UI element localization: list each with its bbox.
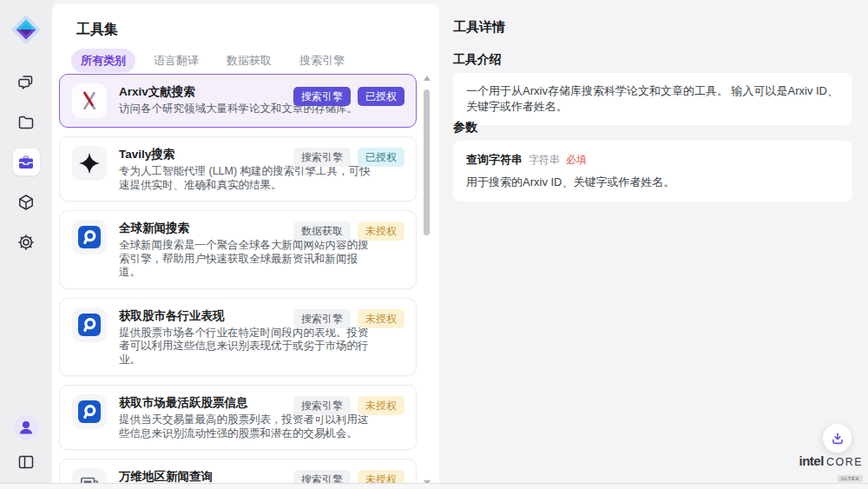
category-tabs: 所有类别语言翻译数据获取搜索引擎 bbox=[71, 49, 354, 73]
list-scrollbar bbox=[423, 74, 431, 487]
tool-card[interactable]: Arxiv文献搜索 访问各个研究领域大量科学论文和文章的存储库。 搜索引擎已授权 bbox=[59, 74, 417, 128]
intro-heading: 工具介绍 bbox=[453, 52, 502, 68]
tavily-icon bbox=[72, 146, 107, 181]
category-tab-2[interactable]: 数据获取 bbox=[217, 49, 281, 73]
tool-card[interactable]: 获取股市各行业表现 提供股票市场各个行业在特定时间段内的表现。投资者可以利用这些… bbox=[59, 298, 417, 377]
badge-未授权: 未授权 bbox=[358, 221, 404, 241]
tool-badges: 数据获取未授权 bbox=[293, 221, 404, 241]
badge-搜索引擎: 搜索引擎 bbox=[293, 87, 351, 106]
param-description: 用于搜索的Arxiv ID、关键字或作者姓名。 bbox=[466, 175, 839, 190]
detail-title: 工具详情 bbox=[453, 19, 505, 36]
tool-badges: 搜索引擎未授权 bbox=[293, 396, 404, 415]
sidebar-item-packages[interactable] bbox=[13, 188, 40, 215]
badge-搜索引擎: 搜索引擎 bbox=[293, 396, 351, 415]
tool-badges: 搜索引擎未授权 bbox=[293, 309, 404, 328]
tool-description: 全球新闻搜索是一个聚合全球各大新闻网站内容的搜索引擎，帮助用户快速获取全球最新资… bbox=[119, 239, 372, 280]
ultra-badge: ULTRA bbox=[838, 475, 863, 482]
scroll-up-arrow[interactable] bbox=[424, 76, 431, 81]
param-type: 字符串 bbox=[529, 153, 560, 168]
tool-card[interactable]: 获取市场最活跃股票信息 提供当天交易量最高的股票列表，投资者可以利用这些信息来识… bbox=[59, 385, 417, 450]
download-icon bbox=[829, 430, 846, 447]
category-tab-1[interactable]: 语言翻译 bbox=[144, 49, 208, 73]
badge-已授权: 已授权 bbox=[358, 148, 404, 167]
toolset-title: 工具集 bbox=[76, 21, 118, 39]
category-tab-0[interactable]: 所有类别 bbox=[71, 49, 135, 73]
app-logo-icon bbox=[10, 13, 43, 46]
badge-未授权: 未授权 bbox=[358, 396, 404, 415]
intel-wordmark: intel bbox=[799, 453, 824, 468]
search-blue-icon bbox=[72, 307, 107, 342]
badge-未授权: 未授权 bbox=[358, 309, 404, 328]
core-wordmark: CORE bbox=[826, 456, 863, 468]
search-blue-icon bbox=[72, 220, 107, 254]
search-blue-icon bbox=[72, 394, 107, 429]
intel-core-logo: intel CORE ULTRA bbox=[804, 453, 863, 484]
sidebar-item-files[interactable] bbox=[13, 109, 40, 135]
sidebar-item-toolbox[interactable] bbox=[13, 149, 40, 175]
user-avatar[interactable] bbox=[14, 415, 38, 439]
sidebar-bottom bbox=[13, 415, 40, 475]
tool-badges: 搜索引擎已授权 bbox=[293, 148, 404, 167]
intro-text: 一个用于从Arxiv存储库搜索科学论文和文章的工具。 输入可以是Arxiv ID… bbox=[466, 84, 838, 113]
sidebar-item-settings[interactable] bbox=[13, 228, 40, 255]
intro-card: 一个用于从Arxiv存储库搜索科学论文和文章的工具。 输入可以是Arxiv ID… bbox=[453, 73, 852, 125]
tool-description: 专为人工智能代理 (LLM) 构建的搜索引擎工具，可快速提供实时、准确和真实的结… bbox=[119, 165, 372, 192]
param-name: 查询字符串 bbox=[466, 152, 523, 168]
sidebar-nav bbox=[13, 69, 40, 255]
badge-搜索引擎: 搜索引擎 bbox=[293, 148, 351, 167]
sidebar-item-chat[interactable] bbox=[13, 69, 40, 96]
tool-badges: 搜索引擎已授权 bbox=[293, 87, 404, 106]
param-required-badge: 必填 bbox=[566, 153, 587, 168]
scrollbar-thumb[interactable] bbox=[424, 89, 430, 235]
tool-detail-panel: 工具详情 工具介绍 一个用于从Arxiv存储库搜索科学论文和文章的工具。 输入可… bbox=[439, 0, 868, 489]
category-tab-3[interactable]: 搜索引擎 bbox=[290, 49, 354, 73]
params-heading: 参数 bbox=[453, 120, 477, 135]
tool-list: Arxiv文献搜索 访问各个研究领域大量科学论文和文章的存储库。 搜索引擎已授权… bbox=[59, 74, 417, 489]
tool-description: 提供当天交易量最高的股票列表，投资者可以利用这些信息来识别流动性强的股票和潜在的… bbox=[119, 413, 372, 440]
badge-数据获取: 数据获取 bbox=[293, 221, 351, 241]
badge-搜索引擎: 搜索引擎 bbox=[293, 309, 351, 328]
param-card: 查询字符串 字符串 必填 用于搜索的Arxiv ID、关键字或作者姓名。 bbox=[453, 141, 852, 202]
window-bottom-strip bbox=[0, 484, 868, 489]
param-head: 查询字符串 字符串 必填 bbox=[466, 152, 839, 168]
tool-card[interactable]: Tavily搜索 专为人工智能代理 (LLM) 构建的搜索引擎工具，可快速提供实… bbox=[59, 136, 417, 202]
arxiv-icon bbox=[72, 83, 107, 118]
collapse-panel-icon[interactable] bbox=[13, 448, 40, 475]
download-button[interactable] bbox=[823, 424, 852, 453]
tool-description: 提供股票市场各个行业在特定时间段内的表现。投资者可以利用这些信息来识别表现优于或… bbox=[119, 327, 372, 367]
badge-已授权: 已授权 bbox=[358, 87, 404, 106]
toolset-panel: 工具集 所有类别语言翻译数据获取搜索引擎 Arxiv文献搜索 访问各个研究领域大… bbox=[52, 3, 439, 489]
tool-card[interactable]: 全球新闻搜索 全球新闻搜索是一个聚合全球各大新闻网站内容的搜索引擎，帮助用户快速… bbox=[59, 210, 417, 289]
sidebar bbox=[0, 0, 52, 489]
